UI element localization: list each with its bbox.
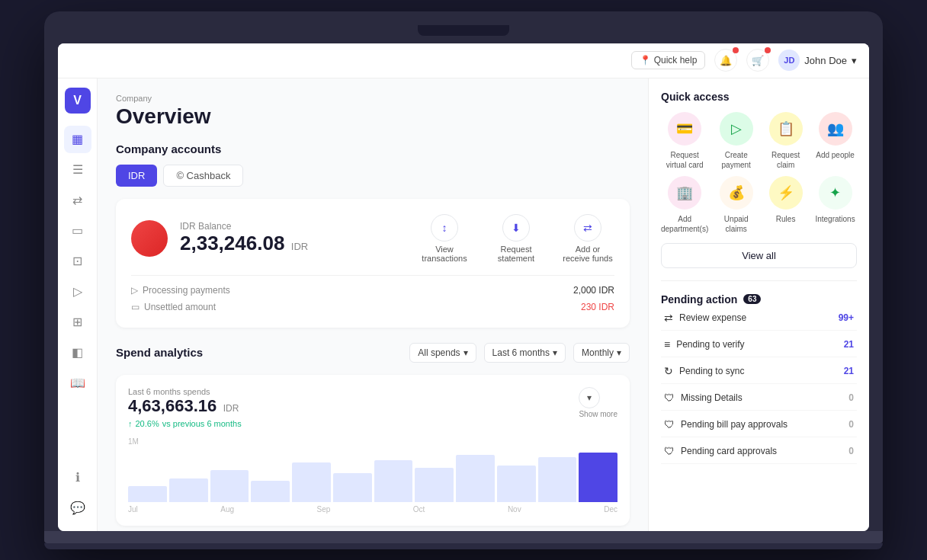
quick-access-item[interactable]: ▷ Create payment: [714, 112, 758, 170]
chart-bar: [333, 473, 372, 502]
add-funds-action[interactable]: ⇄ Add or receive funds: [561, 214, 614, 263]
sidebar-item-media[interactable]: ◧: [64, 339, 91, 366]
qa-label: Request claim: [764, 150, 807, 170]
analytics-amount-row: 4,63,663.16 IDR: [128, 396, 242, 416]
show-more-button[interactable]: ▾: [579, 387, 600, 408]
alerts-icon[interactable]: 🛒: [746, 49, 769, 72]
divider: [661, 280, 857, 281]
view-all-button[interactable]: View all: [661, 243, 857, 268]
qa-label: Integrations: [815, 214, 855, 224]
quick-access-item[interactable]: ⚡ Rules: [764, 176, 807, 234]
pending-list-item[interactable]: 🛡 Pending card approvals 0: [661, 439, 857, 464]
account-tabs: IDR © Cashback: [116, 165, 630, 187]
sidebar-item-team[interactable]: ⇄: [64, 187, 91, 214]
request-statement-action[interactable]: ⬇ Request statement: [489, 214, 543, 263]
quick-access-item[interactable]: 💳 Request virtual card: [661, 112, 708, 170]
pending-item-count: 99+: [839, 312, 854, 323]
card-icon: ▭: [131, 302, 140, 312]
pending-list-item[interactable]: 🛡 Pending bill pay approvals 0: [661, 412, 857, 437]
laptop-base: [44, 531, 883, 543]
spend-analytics-header: Spend analytics All spends ▾ Last 6 mont…: [116, 343, 630, 363]
pending-list-item[interactable]: 🛡 Missing Details 0: [661, 386, 857, 411]
chart-x-labels: Jul Aug Sep Oct Nov Dec: [128, 505, 617, 514]
pending-list-item[interactable]: ↻ Pending to sync 21: [661, 359, 857, 384]
arrow-up-icon: ↑: [128, 419, 133, 428]
pending-item-icon: 🛡: [664, 392, 675, 404]
sidebar-item-claims[interactable]: ⊞: [64, 309, 91, 336]
sidebar-item-docs[interactable]: 📖: [64, 370, 91, 397]
quick-access-item[interactable]: ✦ Integrations: [813, 176, 857, 234]
app-logo[interactable]: V: [65, 88, 91, 114]
unsettled-amount-row: ▭ Unsettled amount 230 IDR: [131, 302, 614, 312]
balance-amount: 2,33,246.08: [180, 232, 284, 254]
filter-all-spends[interactable]: All spends ▾: [409, 343, 476, 363]
bar-chart: [128, 449, 617, 502]
pending-item-count: 21: [844, 366, 854, 376]
chart-bar: [497, 466, 536, 502]
sidebar-item-reports[interactable]: ⊡: [64, 248, 91, 275]
qa-icon: 💳: [668, 112, 701, 146]
qa-icon: 📋: [769, 112, 803, 146]
sidebar-bottom: ℹ 💬: [64, 464, 91, 522]
quick-access-item[interactable]: 👥 Add people: [813, 112, 857, 170]
pending-list: ⇄ Review expense 99+ ≡ Pending to verify…: [661, 306, 857, 464]
sidebar-item-cards[interactable]: ▭: [64, 217, 91, 245]
account-details: ▷ Processing payments 2,000 IDR ▭ Unsett…: [131, 275, 614, 312]
filter-last-6-months[interactable]: Last 6 months ▾: [484, 343, 566, 363]
pending-item-count: 0: [848, 446, 854, 456]
balance-row: IDR Balance 2,33,246.08 IDR ↕ View trans…: [131, 214, 614, 263]
quick-access-item[interactable]: 💰 Unpaid claims: [714, 176, 758, 234]
chart-bar: [374, 460, 413, 502]
add-funds-label: Add or receive funds: [561, 245, 614, 263]
balance-icon: [131, 220, 168, 257]
analytics-growth: ↑ 20.6% vs previous 6 months: [128, 419, 242, 428]
sidebar-item-chat[interactable]: 💬: [64, 494, 91, 522]
tab-cashback[interactable]: © Cashback: [163, 165, 243, 187]
filter-monthly[interactable]: Monthly ▾: [573, 343, 630, 363]
view-transactions-action[interactable]: ↕ View transactions: [418, 214, 471, 263]
pending-item-left: 🛡 Pending card approvals: [664, 445, 777, 457]
pending-list-item[interactable]: ≡ Pending to verify 21: [661, 332, 857, 357]
sidebar-item-transactions[interactable]: ☰: [64, 156, 91, 184]
notifications-icon[interactable]: 🔔: [714, 49, 737, 72]
analytics-card: Last 6 months spends 4,63,663.16 IDR ↑ 2…: [116, 375, 630, 526]
pending-item-left: ≡ Pending to verify: [664, 338, 745, 350]
qa-icon: ⚡: [769, 176, 803, 210]
quick-help-button[interactable]: 📍 Quick help: [631, 51, 706, 69]
app-body: V ▦ ☰ ⇄ ▭ ⊡ ▷ ⊞ ◧ 📖 ℹ 💬 Company Overview: [58, 78, 869, 531]
chart-bar: [169, 478, 208, 502]
add-funds-icon: ⇄: [574, 214, 601, 242]
chart-bar: [251, 481, 290, 501]
sidebar-item-payments[interactable]: ▷: [64, 278, 91, 306]
qa-label: Unpaid claims: [714, 214, 758, 234]
analytics-right: ▾ Show more: [579, 387, 617, 418]
qa-icon: 👥: [819, 112, 852, 146]
quick-access-item[interactable]: 🏢 Add department(s): [661, 176, 708, 234]
quick-access-item[interactable]: 📋 Request claim: [764, 112, 807, 170]
tab-idr[interactable]: IDR: [116, 165, 157, 187]
view-transactions-icon: ↕: [431, 214, 458, 242]
pending-item-icon: ↻: [664, 365, 673, 377]
qa-label: Add department(s): [661, 214, 708, 234]
view-transactions-label: View transactions: [418, 245, 471, 263]
pending-list-item[interactable]: ⇄ Review expense 99+: [661, 306, 857, 331]
chart-bar: [292, 462, 331, 501]
chart-y-label: 1M: [128, 437, 617, 446]
balance-label: IDR Balance: [180, 221, 308, 232]
sidebar-item-help[interactable]: ℹ: [64, 464, 91, 491]
chart-bar: [210, 470, 249, 501]
avatar: JD: [778, 50, 800, 71]
pin-icon: 📍: [640, 55, 651, 66]
user-menu[interactable]: JD John Doe ▾: [778, 50, 857, 71]
processing-payments-label: ▷ Processing payments: [131, 285, 230, 296]
balance-info: IDR Balance 2,33,246.08 IDR: [180, 221, 308, 255]
pending-item-label: Pending bill pay approvals: [681, 419, 787, 430]
laptop-chin: [44, 543, 883, 549]
topbar: 📍 Quick help 🔔 🛒 JD John Doe ▾: [58, 43, 869, 78]
sidebar-item-dashboard[interactable]: ▦: [64, 126, 91, 153]
qa-label: Rules: [776, 214, 796, 224]
qa-icon: ✦: [819, 176, 852, 210]
qa-label: Add people: [816, 150, 855, 160]
pending-item-left: 🛡 Missing Details: [664, 392, 743, 404]
company-accounts-title: Company accounts: [116, 142, 630, 155]
